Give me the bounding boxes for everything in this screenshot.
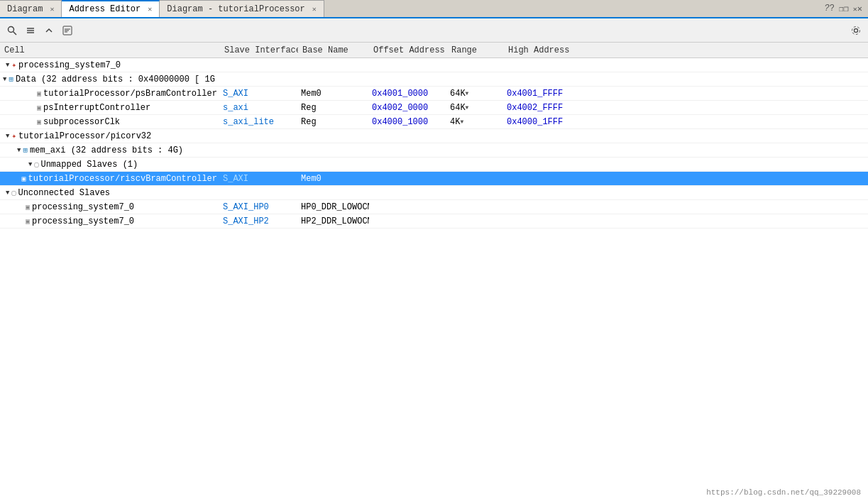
grid-icon: ⊞ <box>9 75 13 84</box>
table-row[interactable]: ▼⊞Data (32 address bits : 0x40000000 [ 1… <box>0 72 868 87</box>
tab-diagram1-close[interactable]: ✕ <box>50 5 54 13</box>
tab-diagram2-close[interactable]: ✕ <box>312 5 317 13</box>
grid-icon: ⊞ <box>23 145 28 155</box>
cell-base-name <box>298 192 369 194</box>
cell-offset-address <box>369 164 447 165</box>
column-headers: Cell Slave Interface Base Name Offset Ad… <box>0 43 868 58</box>
cell-slave-iface <box>220 192 298 194</box>
tab-spacer <box>324 0 819 17</box>
tab-address-editor[interactable]: Address Editor ✕ <box>62 0 160 17</box>
slave-interface-link[interactable]: S_AXI <box>223 174 248 184</box>
cell-slave-iface[interactable]: S_AXI_HP0 <box>220 202 298 213</box>
expand-icon[interactable]: ▼ <box>6 62 9 69</box>
table-row[interactable]: ▼▢Unmapped Slaves (1) <box>0 158 868 172</box>
help-icon[interactable]: ? <box>824 4 834 13</box>
table-row[interactable]: ▼⊞mem_axi (32 address bits : 4G) <box>0 143 868 158</box>
slave-interface-link[interactable]: S_AXI_HP0 <box>223 202 269 212</box>
slave-interface-link[interactable]: S_AXI_HP2 <box>223 216 269 226</box>
cell-label: Unmapped Slaves (1) <box>40 160 138 170</box>
expand-icon[interactable]: ▼ <box>6 133 9 140</box>
cell-label: tutorialProcessor/psBramController <box>43 89 217 99</box>
expand-icon <box>44 26 54 35</box>
table-row[interactable]: ▼✦processing_system7_0 <box>0 58 868 72</box>
cell-label: processing_system7_0 <box>32 216 134 226</box>
cell-range <box>447 164 504 165</box>
cell-high-address <box>504 164 582 165</box>
cell-offset-address <box>369 65 447 66</box>
cell-range <box>447 192 504 194</box>
sq-icon: ▣ <box>26 217 30 226</box>
expand-icon[interactable]: ▼ <box>17 147 21 154</box>
cell-slave-iface[interactable]: S_AXI <box>220 173 298 185</box>
cell-range[interactable]: 4K ▼ <box>447 116 504 128</box>
table-row[interactable]: ▣subprocessorClks_axi_liteReg0x4000_1000… <box>0 115 868 129</box>
cell-offset-address <box>369 178 447 180</box>
cell-offset-address <box>369 221 447 222</box>
cell-slave-iface[interactable]: S_AXI_HP2 <box>220 216 298 227</box>
cell-name: ▣processing_system7_0 <box>0 202 220 213</box>
table-row[interactable]: ▣tutorialProcessor/riscvBramControllerS_… <box>0 172 868 186</box>
settings-button[interactable] <box>848 23 864 38</box>
cell-high-address <box>504 150 582 151</box>
cell-slave-iface[interactable]: s_axi_lite <box>220 116 298 128</box>
cell-range <box>447 221 504 222</box>
gear-icon <box>850 25 862 36</box>
svg-point-0 <box>9 26 14 32</box>
table-row[interactable]: ▣processing_system7_0S_AXI_HP2HP2_DDR_LO… <box>0 214 868 229</box>
search-icon <box>7 26 17 35</box>
expand-icon[interactable]: ▼ <box>3 76 6 83</box>
restore-icon[interactable]: ❐ <box>839 4 849 14</box>
cell-base-name: HP0_DDR_LOWOCM <box>298 202 369 213</box>
col-header-cell: Cell <box>0 44 220 57</box>
cell-range[interactable]: 64K ▼ <box>447 88 504 99</box>
tab-address-editor-close[interactable]: ✕ <box>148 5 152 13</box>
slave-interface-link[interactable]: s_axi <box>223 103 248 113</box>
tab-diagram2[interactable]: Diagram - tutorialProcessor ✕ <box>160 0 324 17</box>
cell-slave-iface[interactable]: S_AXI <box>220 88 298 99</box>
range-value: 64K <box>450 103 466 113</box>
cell-slave-iface[interactable]: s_axi <box>220 102 298 114</box>
watermark: https://blog.csdn.net/qq_39229008 <box>706 488 861 497</box>
expand-icon[interactable]: ▼ <box>28 161 32 168</box>
cell-label: subprocessorClk <box>43 117 120 127</box>
cell-name: ▣psInterruptController <box>0 102 220 114</box>
table-row[interactable]: ▣tutorialProcessor/psBramControllerS_AXI… <box>0 87 868 101</box>
table-row[interactable]: ▣psInterruptControllers_axiReg0x4002_000… <box>0 101 868 115</box>
cell-label: processing_system7_0 <box>18 60 121 70</box>
svg-point-9 <box>855 28 858 32</box>
table-row[interactable]: ▣processing_system7_0S_AXI_HP0HP0_DDR_LO… <box>0 200 868 214</box>
tab-diagram1[interactable]: Diagram ✕ <box>0 0 62 17</box>
cell-base-name: Mem0 <box>298 173 369 185</box>
assign-button[interactable] <box>60 23 75 38</box>
cell-base-name <box>298 65 369 66</box>
cell-name: ▼✦tutorialProcessor/picorv32 <box>0 131 220 142</box>
tab-right-icons: ? ❐ ✕ <box>818 0 868 17</box>
cell-base-name <box>298 79 369 80</box>
range-dropdown-arrow[interactable]: ▼ <box>460 119 463 125</box>
cell-name: ▼▢Unconnected Slaves <box>0 187 220 199</box>
slave-interface-link[interactable]: S_AXI <box>223 89 248 99</box>
cell-label: Data (32 address bits : 0x40000000 [ 1G … <box>16 75 220 84</box>
expand-all-button[interactable] <box>41 23 57 38</box>
table-row[interactable]: ▼✦tutorialProcessor/picorv32 <box>0 129 868 143</box>
cell-base-name: Reg <box>298 116 369 128</box>
cell-slave-iface <box>220 164 298 165</box>
cell-range <box>447 150 504 151</box>
range-dropdown-arrow[interactable]: ▼ <box>466 90 469 97</box>
collapse-all-button[interactable] <box>23 23 38 38</box>
table-row[interactable]: ▼▢Unconnected Slaves <box>0 186 868 200</box>
close-window-icon[interactable]: ✕ <box>853 4 862 14</box>
cell-range[interactable]: 64K ▼ <box>447 102 504 114</box>
cell-high-address <box>504 207 582 208</box>
col-header-base: Base Name <box>298 44 369 57</box>
cell-range <box>447 65 504 66</box>
slave-interface-link[interactable]: s_axi_lite <box>223 117 274 127</box>
search-button[interactable] <box>4 23 20 38</box>
expand-icon[interactable]: ▼ <box>6 189 9 197</box>
collapse-icon <box>26 26 35 35</box>
cell-offset-address: 0x4001_0000 <box>369 88 447 99</box>
cell-name: ▼✦processing_system7_0 <box>0 60 220 71</box>
toolbar <box>0 18 868 43</box>
range-dropdown-arrow[interactable]: ▼ <box>466 104 469 111</box>
cell-high-address <box>504 192 582 194</box>
